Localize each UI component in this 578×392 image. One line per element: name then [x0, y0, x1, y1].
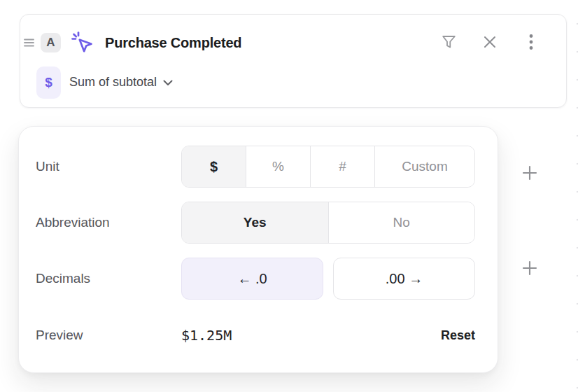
- more-options-button[interactable]: [521, 33, 541, 52]
- unit-segmented-control: $ % # Custom: [181, 146, 475, 188]
- chevron-down-icon: [163, 80, 173, 86]
- decimals-controls: ← .0 .00 →: [181, 258, 475, 300]
- kebab-menu-icon: [529, 34, 533, 52]
- unit-option-percent[interactable]: %: [246, 146, 310, 187]
- decimals-row: Decimals ← .0 .00 →: [36, 258, 475, 300]
- metric-label: Sum of subtotal: [69, 75, 157, 90]
- unit-option-dollar[interactable]: $: [182, 146, 246, 187]
- preview-row: Preview $1.25M Reset: [36, 319, 475, 351]
- plus-icon: [522, 165, 537, 181]
- close-icon: [481, 34, 498, 52]
- canvas-dot-grid: [572, 0, 578, 392]
- event-card-header: A Purchase Completed: [20, 24, 566, 61]
- abbreviation-segmented-control: Yes No: [181, 202, 475, 244]
- plus-icon: [522, 260, 537, 276]
- reset-button[interactable]: Reset: [441, 328, 475, 343]
- preview-label: Preview: [36, 328, 181, 343]
- abbreviation-option-no[interactable]: No: [328, 202, 475, 243]
- format-popover: Unit $ % # Custom Abbreviation Yes No De…: [18, 126, 498, 373]
- event-card: A Purchase Completed: [20, 14, 567, 108]
- abbreviation-option-yes[interactable]: Yes: [182, 202, 328, 243]
- unit-option-number[interactable]: #: [310, 146, 374, 187]
- unit-label: Unit: [36, 159, 181, 174]
- close-button[interactable]: [480, 33, 500, 52]
- add-event-button-top[interactable]: [522, 165, 537, 181]
- metric-row: $ Sum of subtotal: [36, 66, 173, 99]
- unit-option-custom[interactable]: Custom: [374, 146, 474, 187]
- decrease-decimals-button[interactable]: ← .0: [181, 258, 323, 300]
- decimals-label: Decimals: [36, 271, 181, 286]
- drag-handle-icon[interactable]: [24, 38, 34, 48]
- metric-editor-canvas: A Purchase Completed: [0, 0, 578, 392]
- filter-icon: [440, 33, 458, 52]
- event-title[interactable]: Purchase Completed: [105, 35, 241, 51]
- cursor-click-icon: [70, 30, 95, 55]
- filter-button[interactable]: [439, 33, 458, 52]
- abbreviation-label: Abbreviation: [36, 215, 181, 230]
- abbreviation-row: Abbreviation Yes No: [36, 202, 475, 244]
- unit-row: Unit $ % # Custom: [36, 146, 475, 188]
- increase-decimals-button[interactable]: .00 →: [333, 258, 475, 300]
- preview-value: $1.25M: [181, 327, 232, 344]
- metric-selector[interactable]: Sum of subtotal: [69, 75, 173, 90]
- currency-badge: $: [36, 66, 61, 99]
- event-letter-badge: A: [41, 33, 61, 52]
- add-event-button-bottom[interactable]: [522, 260, 537, 276]
